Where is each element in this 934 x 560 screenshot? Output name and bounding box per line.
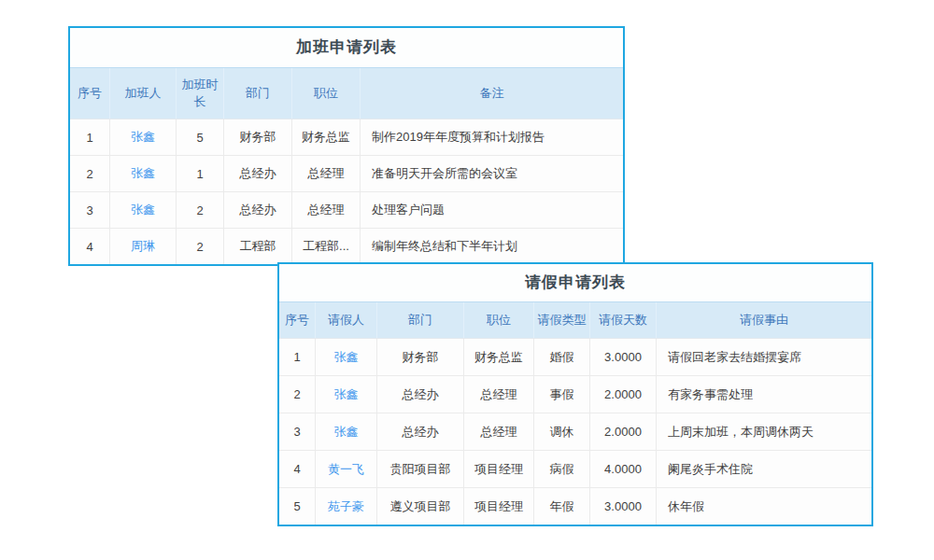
person-link[interactable]: 张鑫	[131, 166, 155, 180]
person-link[interactable]: 张鑫	[334, 350, 359, 364]
table-cell: 总经办	[377, 413, 464, 451]
column-header: 请假类型	[534, 302, 590, 339]
person-name-cell: 张鑫	[316, 339, 377, 376]
table-row: 2张鑫1总经办总经理准备明天开会所需的会议室	[70, 156, 623, 192]
column-header: 部门	[377, 302, 464, 339]
table-cell: 2	[177, 229, 224, 265]
table-cell: 总经办	[377, 376, 464, 413]
leave-table: 序号请假人部门职位请假类型请假天数请假事由 1张鑫财务部财务总监婚假3.0000…	[279, 302, 871, 525]
person-link[interactable]: 黄一飞	[328, 462, 364, 476]
column-header: 职位	[292, 68, 361, 119]
table-cell: 2.0000	[590, 413, 657, 451]
person-name-cell: 张鑫	[110, 156, 177, 192]
table-cell: 5	[177, 119, 224, 156]
table-cell: 总经办	[224, 192, 292, 229]
person-name-cell: 周琳	[110, 229, 177, 265]
person-link[interactable]: 苑子豪	[328, 499, 364, 513]
table-cell: 上周末加班，本周调休两天	[657, 413, 872, 451]
overtime-table-body: 1张鑫5财务部财务总监制作2019年年度预算和计划报告2张鑫1总经办总经理准备明…	[70, 119, 623, 265]
overtime-table-title: 加班申请列表	[70, 28, 623, 68]
table-cell: 3.0000	[590, 488, 657, 525]
person-name-cell: 张鑫	[110, 192, 177, 229]
table-cell: 财务总监	[292, 119, 361, 156]
column-header: 序号	[279, 302, 316, 339]
table-cell: 1	[70, 119, 110, 156]
table-cell: 总经理	[464, 376, 534, 413]
overtime-table-header: 序号加班人加班时长部门职位备注	[70, 68, 623, 119]
table-cell: 3	[70, 192, 110, 229]
table-cell: 3.0000	[590, 339, 657, 376]
table-cell: 工程部...	[292, 229, 361, 265]
table-cell: 5	[279, 488, 316, 525]
person-name-cell: 张鑫	[110, 119, 177, 156]
overtime-request-panel: 加班申请列表 序号加班人加班时长部门职位备注 1张鑫5财务部财务总监制作2019…	[68, 26, 625, 266]
table-cell: 制作2019年年度预算和计划报告	[361, 119, 624, 156]
table-cell: 项目经理	[464, 488, 534, 525]
table-cell: 财务总监	[464, 339, 534, 376]
table-row: 3张鑫2总经办总经理处理客户问题	[70, 192, 623, 229]
column-header: 请假天数	[590, 302, 657, 339]
table-cell: 调休	[534, 413, 590, 451]
table-cell: 1	[279, 339, 316, 376]
table-cell: 财务部	[377, 339, 464, 376]
table-cell: 财务部	[224, 119, 292, 156]
leave-table-title: 请假申请列表	[279, 264, 871, 302]
column-header: 请假事由	[657, 302, 872, 339]
table-cell: 工程部	[224, 229, 292, 265]
person-name-cell: 苑子豪	[316, 488, 377, 525]
table-cell: 总经理	[292, 156, 361, 192]
table-cell: 总经办	[224, 156, 292, 192]
table-cell: 2	[177, 192, 224, 229]
person-link[interactable]: 张鑫	[131, 203, 155, 217]
table-cell: 有家务事需处理	[657, 376, 872, 413]
person-name-cell: 张鑫	[316, 376, 377, 413]
table-cell: 请假回老家去结婚摆宴席	[657, 339, 872, 376]
table-cell: 编制年终总结和下半年计划	[361, 229, 624, 265]
table-cell: 总经理	[464, 413, 534, 451]
overtime-table: 序号加班人加班时长部门职位备注 1张鑫5财务部财务总监制作2019年年度预算和计…	[70, 68, 623, 264]
column-header: 请假人	[316, 302, 377, 339]
table-cell: 处理客户问题	[361, 192, 624, 229]
table-cell: 4	[279, 451, 316, 488]
table-row: 1张鑫5财务部财务总监制作2019年年度预算和计划报告	[70, 119, 623, 156]
table-cell: 贵阳项目部	[377, 451, 464, 488]
table-cell: 1	[177, 156, 224, 192]
table-row: 3张鑫总经办总经理调休2.0000上周末加班，本周调休两天	[279, 413, 871, 451]
column-header: 加班人	[110, 68, 177, 119]
column-header: 备注	[361, 68, 624, 119]
table-cell: 休年假	[657, 488, 872, 525]
table-row: 1张鑫财务部财务总监婚假3.0000请假回老家去结婚摆宴席	[279, 339, 871, 376]
leave-table-header: 序号请假人部门职位请假类型请假天数请假事由	[279, 302, 871, 339]
table-cell: 年假	[534, 488, 590, 525]
person-link[interactable]: 张鑫	[131, 130, 155, 144]
table-cell: 遵义项目部	[377, 488, 464, 525]
table-cell: 3	[279, 413, 316, 451]
table-cell: 2	[70, 156, 110, 192]
table-cell: 病假	[534, 451, 590, 488]
table-row: 5苑子豪遵义项目部项目经理年假3.0000休年假	[279, 488, 871, 525]
column-header: 加班时长	[177, 68, 224, 119]
leave-table-body: 1张鑫财务部财务总监婚假3.0000请假回老家去结婚摆宴席2张鑫总经办总经理事假…	[279, 339, 871, 525]
table-cell: 4	[70, 229, 110, 265]
person-link[interactable]: 张鑫	[334, 387, 359, 401]
person-link[interactable]: 张鑫	[334, 425, 359, 439]
table-cell: 婚假	[534, 339, 590, 376]
person-name-cell: 黄一飞	[316, 451, 377, 488]
person-link[interactable]: 周琳	[131, 239, 155, 253]
table-cell: 准备明天开会所需的会议室	[361, 156, 624, 192]
table-row: 4黄一飞贵阳项目部项目经理病假4.0000阑尾炎手术住院	[279, 451, 871, 488]
table-cell: 项目经理	[464, 451, 534, 488]
table-row: 4周琳2工程部工程部...编制年终总结和下半年计划	[70, 229, 623, 265]
column-header: 部门	[224, 68, 292, 119]
person-name-cell: 张鑫	[316, 413, 377, 451]
table-cell: 总经理	[292, 192, 361, 229]
column-header: 序号	[70, 68, 110, 119]
table-cell: 2.0000	[590, 376, 657, 413]
table-row: 2张鑫总经办总经理事假2.0000有家务事需处理	[279, 376, 871, 413]
leave-request-panel: 请假申请列表 序号请假人部门职位请假类型请假天数请假事由 1张鑫财务部财务总监婚…	[277, 262, 873, 526]
column-header: 职位	[464, 302, 534, 339]
table-cell: 4.0000	[590, 451, 657, 488]
table-cell: 阑尾炎手术住院	[657, 451, 872, 488]
table-cell: 2	[279, 376, 316, 413]
table-cell: 事假	[534, 376, 590, 413]
